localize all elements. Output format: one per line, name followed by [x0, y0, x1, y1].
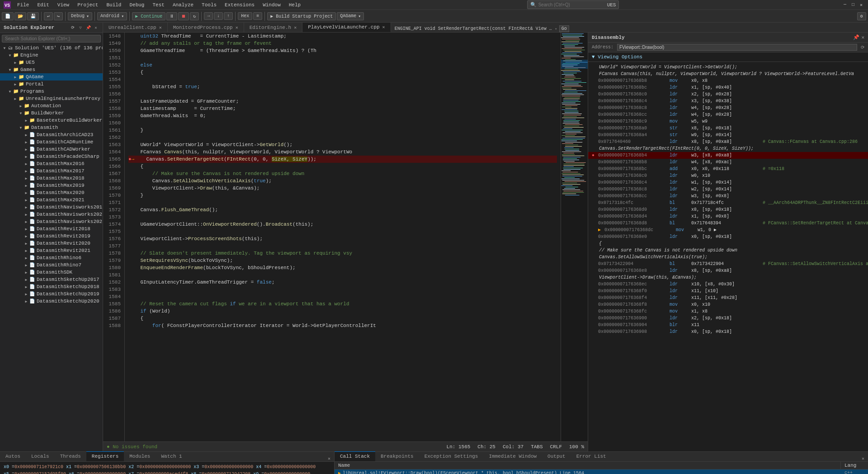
- menu-window[interactable]: Window: [259, 1, 284, 9]
- menu-edit[interactable]: Edit: [33, 1, 52, 9]
- step-into-button[interactable]: ↓: [214, 12, 223, 20]
- tree-item[interactable]: ▶📄DatasmithRevit2021: [0, 247, 103, 254]
- tree-item-qagame[interactable]: ▶ 📁 QAGame: [0, 73, 103, 81]
- tab-registers[interactable]: Registers: [86, 451, 124, 461]
- tree-item[interactable]: ▶📄DatasmithMax2020: [0, 189, 103, 196]
- tree-item-buildworker[interactable]: ▼ 📁 BuildWorker: [0, 109, 103, 117]
- cs-col-name[interactable]: Name: [335, 462, 841, 469]
- maximize-button[interactable]: □: [850, 2, 856, 8]
- tab-locals[interactable]: Locals: [26, 451, 55, 461]
- tab-playlevel[interactable]: PlayLevelViaLauncher.cpp ✕: [302, 23, 391, 32]
- menu-extensions[interactable]: Extensions: [221, 1, 258, 9]
- tree-item[interactable]: ▶📄DatasmithCADWorker: [0, 146, 103, 153]
- hex-button[interactable]: Hex: [238, 12, 252, 20]
- tree-item-solution[interactable]: ▼ 🗂 Solution 'UES' (136 of 136 projects): [0, 44, 103, 52]
- address-input[interactable]: [617, 44, 857, 51]
- tree-item[interactable]: ▶📄DatasmithRhino6: [0, 254, 103, 261]
- cs-col-lang[interactable]: Lang: [841, 462, 868, 469]
- menu-analyze[interactable]: Analyze: [169, 1, 197, 9]
- go-button[interactable]: Go: [559, 25, 569, 32]
- tree-item[interactable]: ▶📄DatasmithRevit2020: [0, 240, 103, 247]
- tab-breakpoints[interactable]: Breakpoints: [375, 451, 419, 461]
- tree-search-box[interactable]: [0, 33, 103, 44]
- close-explorer-button[interactable]: ✕: [93, 24, 99, 31]
- search-input[interactable]: [538, 2, 602, 7]
- platform-dropdown[interactable]: Android ▾: [97, 12, 127, 20]
- menu-tools[interactable]: Tools: [198, 1, 220, 9]
- tree-item-programs[interactable]: ▼ 📁 Programs: [0, 88, 103, 95]
- open-file-button[interactable]: 📂: [14, 12, 26, 20]
- debug-mode-dropdown[interactable]: Debug ▾: [68, 12, 92, 20]
- tree-item[interactable]: ▶📄DatasmithMax2019: [0, 182, 103, 189]
- close-button[interactable]: ✕: [858, 2, 864, 8]
- tree-item[interactable]: ▶📄DatasmithSketchUp2018: [0, 283, 103, 290]
- dis-pin-button[interactable]: 📌: [853, 34, 859, 40]
- tab-monitoredprocess[interactable]: MonitoredProcess.cpp ✕: [168, 23, 244, 32]
- tree-item-datasmith[interactable]: ▼ 📁 Datasmith: [0, 124, 103, 131]
- build-startup-button[interactable]: ▶ Build Startup Project: [267, 12, 336, 20]
- tree-item[interactable]: ▶📄DatasmithNavisworks2021: [0, 218, 103, 225]
- tree-item[interactable]: ▶📄DatasmithNavisworks2019: [0, 204, 103, 211]
- tab-threads[interactable]: Threads: [55, 451, 86, 461]
- close-cs-panel-button[interactable]: ✕: [862, 456, 864, 461]
- menu-help[interactable]: Help: [285, 1, 304, 9]
- tab-exception-settings[interactable]: Exception Settings: [419, 451, 484, 461]
- tab-watch1[interactable]: Watch 1: [156, 451, 187, 461]
- tree-item-ue5[interactable]: ▶ 📁 UE5: [0, 59, 103, 66]
- tab-immediate-window[interactable]: Immediate Window: [483, 451, 542, 461]
- menu-view[interactable]: View: [54, 1, 73, 9]
- tab-modules[interactable]: Modules: [124, 451, 156, 461]
- save-button[interactable]: 💾: [27, 12, 39, 20]
- redo-button[interactable]: ↪: [54, 12, 63, 20]
- minimize-button[interactable]: ─: [842, 2, 848, 8]
- tree-item-automation[interactable]: ▶ 📁 Automation: [0, 102, 103, 109]
- tree-item-btbw[interactable]: ▶ 📁 BasetextureBuildWorker: [0, 117, 103, 124]
- tree-item[interactable]: ▶📄DatasmithMax2021: [0, 196, 103, 204]
- menu-debug[interactable]: Debug: [126, 1, 148, 9]
- new-file-button[interactable]: 📄: [2, 12, 14, 20]
- menu-test[interactable]: Test: [149, 1, 168, 9]
- tree-item[interactable]: ▶📄DatasmithCADRuntime: [0, 138, 103, 146]
- sync-button[interactable]: ⟳: [70, 24, 76, 31]
- tree-item-uelpxy[interactable]: ▶ 📁 UnrealEngineLauncherProxy: [0, 95, 103, 102]
- menu-build[interactable]: Build: [103, 1, 125, 9]
- function-selector[interactable]: ENGINE_API void SetRenderTargetRect(cons…: [391, 25, 573, 32]
- tree-item[interactable]: ▶📄DatasmithSketchUp2020: [0, 298, 103, 305]
- refresh-icon[interactable]: ⟳: [861, 45, 864, 50]
- tree-item[interactable]: ▶📄DatasmithMax2018: [0, 175, 103, 182]
- dis-close-button[interactable]: ✕: [861, 34, 864, 40]
- tab-close-icon[interactable]: ✕: [294, 25, 297, 30]
- tab-close-icon[interactable]: ✕: [159, 25, 162, 30]
- tree-item-games[interactable]: ▼ 📁 Games: [0, 66, 103, 73]
- code-content[interactable]: uint32 ThreadTime = CurrentTime - Lastim…: [125, 33, 561, 441]
- settings-button[interactable]: ⚙: [857, 12, 866, 20]
- tree-item[interactable]: ▶📄DatasmithNavisworks2020: [0, 211, 103, 218]
- menu-project[interactable]: Project: [74, 1, 102, 9]
- restart-button[interactable]: ↻: [190, 12, 199, 20]
- viewing-options[interactable]: ▼ Viewing Options: [588, 52, 868, 62]
- undo-button[interactable]: ↩: [44, 12, 53, 20]
- tree-item-engine[interactable]: ▼ 📁 Engine: [0, 52, 103, 59]
- step-over-button[interactable]: →: [204, 12, 213, 20]
- step-out-button[interactable]: ↑: [224, 12, 233, 20]
- callstack-row[interactable]: ▶libUnreal.sol!FViewport::Draw(bool)(FSc…: [335, 469, 868, 474]
- tree-item[interactable]: ▶📄DatasmithFacadeCSharp: [0, 153, 103, 160]
- tree-item[interactable]: ▶📄DatasmithMax2017: [0, 167, 103, 175]
- filter-button[interactable]: ▽: [77, 24, 84, 31]
- menu-file[interactable]: File: [14, 1, 33, 9]
- tab-editorengine[interactable]: EditorEngine.h ✕: [244, 23, 302, 32]
- tab-close-icon[interactable]: ✕: [236, 25, 238, 30]
- tab-callstack[interactable]: Call Stack: [335, 451, 375, 461]
- disassembly-content[interactable]: UWorld* ViewportWorld = ViewportClient->…: [588, 62, 868, 451]
- tab-error-list[interactable]: Error List: [571, 451, 612, 461]
- disassembly-button[interactable]: ≡: [253, 12, 262, 20]
- pin-button[interactable]: 📌: [85, 24, 91, 31]
- tree-item[interactable]: ▶📄DatasmithRevit2018: [0, 225, 103, 232]
- continue-button[interactable]: ▶ Continue: [132, 12, 165, 20]
- stop-button[interactable]: ⏹: [178, 12, 189, 20]
- tab-output[interactable]: Output: [542, 451, 571, 461]
- tree-item[interactable]: ▶📄DatasmithMax2016: [0, 160, 103, 167]
- pause-button[interactable]: ⏸: [166, 12, 177, 20]
- tab-autos[interactable]: Autos: [0, 451, 26, 461]
- tree-item[interactable]: ▶📄DatasmithArchiCAD23: [0, 131, 103, 138]
